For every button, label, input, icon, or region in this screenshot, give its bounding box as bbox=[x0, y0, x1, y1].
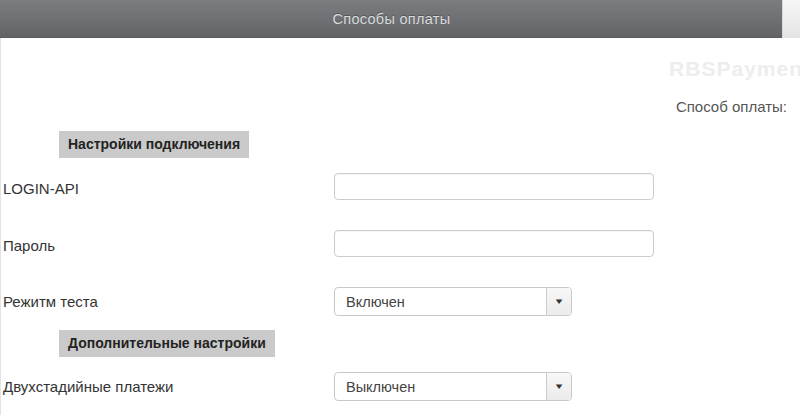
test-mode-selected-value: Включен bbox=[335, 288, 546, 315]
test-mode-select[interactable]: Включен ▼ bbox=[334, 287, 572, 316]
two-stage-payments-label: Двухстадийные платежи bbox=[3, 378, 173, 395]
test-mode-dropdown-button[interactable]: ▼ bbox=[546, 288, 571, 315]
two-stage-selected-value: Выключен bbox=[335, 373, 546, 400]
section-heading-additional: Дополнительные настройки bbox=[59, 330, 275, 357]
login-api-input[interactable] bbox=[334, 173, 654, 200]
watermark-text: RBSPayment bbox=[669, 57, 800, 81]
payment-method-label: Способ оплаты: bbox=[676, 98, 787, 115]
settings-panel: RBSPayment Способ оплаты: Настройки подк… bbox=[0, 38, 800, 415]
login-api-label: LOGIN-API bbox=[3, 180, 79, 197]
password-label: Пароль bbox=[3, 237, 55, 254]
chevron-down-icon: ▼ bbox=[553, 383, 564, 391]
section-heading-connection: Настройки подключения bbox=[59, 131, 249, 158]
dialog-title: Способы оплаты bbox=[332, 11, 450, 27]
two-stage-dropdown-button[interactable]: ▼ bbox=[546, 373, 571, 400]
two-stage-payments-select[interactable]: Выключен ▼ bbox=[334, 372, 572, 401]
password-input[interactable] bbox=[334, 230, 654, 257]
titlebar-corner-decoration bbox=[782, 0, 800, 38]
chevron-down-icon: ▼ bbox=[553, 298, 564, 306]
dialog-titlebar: Способы оплаты bbox=[0, 0, 783, 38]
test-mode-label: Режитм теста bbox=[3, 293, 98, 310]
